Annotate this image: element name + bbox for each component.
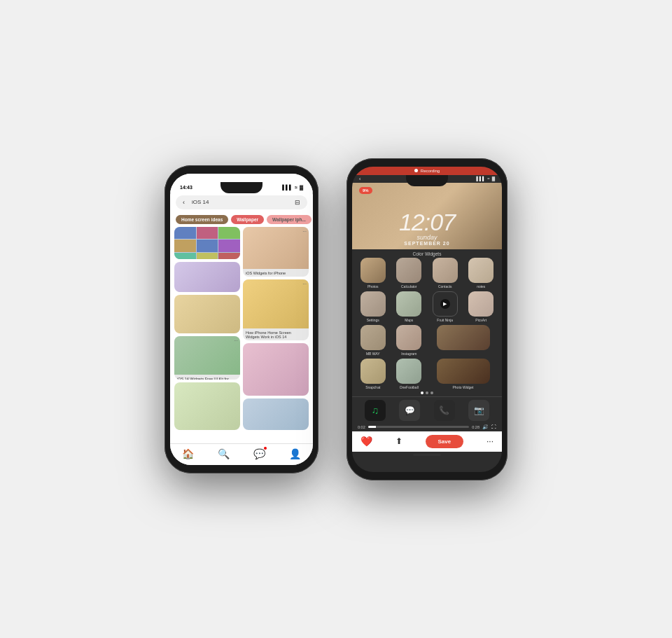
pin-img-4 — [174, 336, 240, 375]
dock-phone[interactable]: 📞 — [434, 400, 455, 421]
pin-card-5[interactable] — [174, 382, 240, 430]
app-fruit-ninja[interactable]: ▶ Fruit Ninja — [428, 291, 462, 322]
search-icon: 🔍 — [218, 448, 230, 459]
battery-badge: 9% — [359, 187, 372, 194]
pin-card-4[interactable]: iOS 14 Widgets Free UI Kit for Figma | T… — [174, 336, 240, 380]
pin-card-7[interactable]: How iPhone Home Screen Widgets Work in i… — [243, 279, 309, 340]
signal-right-icon: ▌▌▌ — [477, 176, 486, 181]
fullscreen-icon[interactable]: ⛶ — [491, 424, 496, 429]
app-calculator[interactable]: Calculator — [393, 258, 426, 289]
pin-caption-3: How iPhone Home Screen Widgets Work in i… — [243, 328, 309, 340]
app-contacts[interactable]: Contacts — [428, 258, 462, 289]
pin-img-2 — [174, 262, 240, 291]
app-snapchat[interactable]: Snapchat — [356, 359, 390, 389]
apps-grid: Photos Calculator Contacts notes Setting… — [352, 258, 502, 389]
app-mbway[interactable]: MB WAY — [356, 325, 390, 356]
messages-icon: 💬 — [253, 448, 265, 459]
pin-card-9[interactable] — [243, 398, 309, 430]
app-photos[interactable]: Photos — [356, 258, 390, 289]
app-picsart-label: PicsArt — [475, 318, 486, 322]
nav-profile[interactable]: 👤 — [289, 448, 301, 459]
profile-icon: 👤 — [289, 448, 301, 459]
app-books-icon — [437, 325, 490, 350]
battery-icon: ▓ — [300, 185, 303, 190]
more-button[interactable]: ··· — [486, 436, 493, 446]
left-phone-screen: 14:43 ▌▌▌ ≈ ▓ ‹ iOS 14 ⊟ Home screen ide… — [170, 174, 313, 465]
progress-bar[interactable] — [368, 426, 470, 428]
tag-wallpaper-iphone[interactable]: Wallpaper iph... — [267, 215, 312, 224]
action-bar: ❤️ ⬆ Save ··· — [352, 431, 502, 452]
app-picsart[interactable]: PicsArt — [465, 291, 498, 322]
page-dot-1 — [421, 391, 424, 394]
dock-spotify[interactable]: ♫ — [365, 400, 386, 421]
page-dot-2 — [426, 391, 428, 394]
wallpaper-section: 9% 12:07 sunday SEPTEMBER 20 — [352, 183, 502, 249]
pins-col-right: iOS Widgets for iPhone ··· How iPhone Ho… — [243, 227, 309, 430]
messages-badge — [264, 447, 267, 450]
app-books[interactable] — [428, 325, 498, 356]
right-phone: Recording ‹ 14:44 ▌▌▌ ≈ ▓ 9% 12:07 sunda… — [346, 158, 507, 480]
app-settings-label: Settings — [367, 318, 379, 322]
app-instagram[interactable]: Instagram — [393, 325, 426, 356]
clock-day: sunday — [352, 234, 502, 241]
tag-wallpaper[interactable]: Wallpaper — [231, 215, 264, 224]
progress-fill — [368, 426, 377, 428]
phone-icon: 📞 — [439, 405, 449, 415]
pin-caption-2: iOS Widgets for iPhone — [243, 269, 309, 277]
app-onefootball-label: OneFootball — [400, 385, 419, 389]
tags-row: Home screen ideas Wallpaper Wallpaper ip… — [170, 212, 313, 227]
messages-dock-icon: 💬 — [405, 405, 415, 415]
status-icons-left: ▌▌▌ ≈ ▓ — [282, 185, 303, 190]
app-notes-label: notes — [477, 284, 485, 289]
dock-camera[interactable]: 📷 — [468, 400, 489, 421]
back-arrow-right[interactable]: ‹ — [359, 176, 360, 181]
app-maps[interactable]: Maps — [393, 291, 426, 322]
bottom-nav: 🏠 🔍 💬 👤 — [170, 443, 313, 465]
nav-search[interactable]: 🔍 — [218, 448, 230, 459]
wifi-right-icon: ≈ — [487, 176, 489, 181]
pins-grid: iOS 14 Widgets Free UI Kit for Figma | T… — [170, 227, 313, 430]
pin-card-6[interactable]: iOS Widgets for iPhone ··· — [243, 227, 309, 277]
pin-card-1[interactable] — [174, 227, 240, 260]
volume-icon[interactable]: 🔊 — [482, 424, 489, 430]
app-photowidget[interactable]: Photo Widget — [428, 359, 498, 389]
pins-col-left: iOS 14 Widgets Free UI Kit for Figma | T… — [174, 227, 240, 430]
time-left: 14:43 — [180, 185, 192, 190]
pin-dots-2[interactable]: ··· — [302, 229, 307, 234]
wifi-icon: ≈ — [295, 185, 298, 190]
app-photos-label: Photos — [368, 284, 379, 289]
share-button[interactable]: ⬆ — [396, 436, 402, 446]
page-dot-3 — [430, 391, 433, 394]
app-fruit-ninja-label: Fruit Ninja — [437, 318, 453, 322]
signal-icon: ▌▌▌ — [282, 185, 293, 190]
filter-icon[interactable]: ⊟ — [295, 199, 300, 206]
clock-date: SEPTEMBER 20 — [352, 241, 502, 246]
heart-button[interactable]: ❤️ — [360, 436, 372, 447]
clock-time: 12:07 — [352, 210, 502, 234]
save-button[interactable]: Save — [426, 435, 464, 448]
pin-card-2[interactable] — [174, 262, 240, 291]
dock-messages[interactable]: 💬 — [399, 400, 420, 421]
widgets-label: Color Widgets — [352, 249, 502, 258]
app-picsart-icon — [468, 291, 493, 317]
nav-messages[interactable]: 💬 — [253, 448, 265, 459]
search-bar[interactable]: ‹ iOS 14 ⊟ — [176, 195, 307, 209]
tag-home-screen-ideas[interactable]: Home screen ideas — [176, 215, 228, 224]
app-notes-icon — [468, 258, 493, 283]
pin-card-3[interactable] — [174, 295, 240, 333]
nav-home[interactable]: 🏠 — [182, 448, 194, 459]
app-instagram-icon — [396, 325, 421, 350]
battery-right-icon: ▓ — [492, 176, 495, 181]
app-notes[interactable]: notes — [465, 258, 498, 289]
app-onefootball[interactable]: OneFootball — [393, 359, 426, 389]
pin-dots-1[interactable]: ··· — [234, 338, 238, 343]
pin-card-8[interactable] — [243, 343, 309, 395]
app-settings[interactable]: Settings — [356, 291, 390, 322]
app-contacts-label: Contacts — [438, 284, 452, 289]
app-calculator-icon — [396, 258, 421, 283]
notch — [220, 182, 262, 193]
pin-img-7 — [243, 279, 309, 328]
pin-img-8 — [243, 343, 309, 395]
pin-dots-3[interactable]: ··· — [302, 282, 307, 286]
back-arrow-icon[interactable]: ‹ — [183, 199, 185, 206]
